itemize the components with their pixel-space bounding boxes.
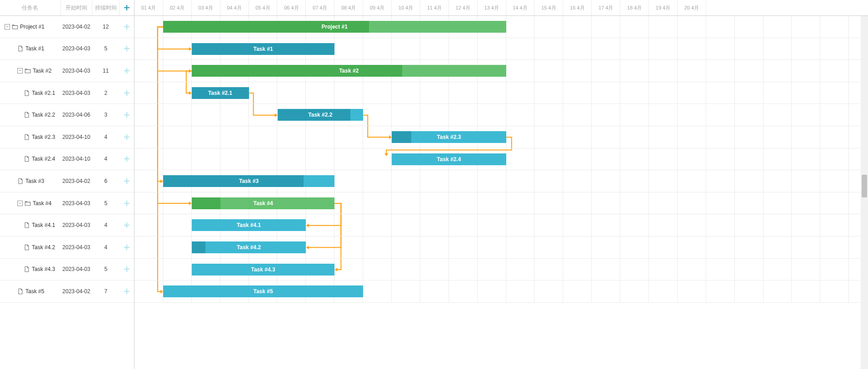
plus-icon	[123, 4, 130, 11]
column-header-duration[interactable]: 持续时间	[92, 0, 120, 15]
plus-icon	[123, 89, 130, 97]
task-name-label: Task #3	[25, 178, 44, 184]
task-row[interactable]: Task #4.32023-04-035	[0, 259, 134, 281]
timeline-day-header[interactable]: 13 4月	[478, 0, 506, 15]
task-bar[interactable]: Task #2.2	[278, 109, 364, 121]
timeline-day-header[interactable]: 20 4月	[678, 0, 706, 15]
timeline-day-header[interactable]: 01 4月	[135, 0, 163, 15]
column-header-start[interactable]: 开始时间	[61, 0, 93, 15]
timeline-row: Task #2	[135, 60, 868, 82]
plus-icon	[123, 266, 130, 273]
task-bar[interactable]: Task #4.1	[192, 219, 306, 231]
task-row[interactable]: Task #2.22023-04-063	[0, 104, 134, 126]
add-subtask-button[interactable]	[120, 148, 134, 170]
add-subtask-button[interactable]	[120, 259, 134, 280]
task-bar[interactable]: Task #2.3	[392, 131, 506, 143]
bar-label: Task #3	[239, 178, 259, 184]
add-subtask-button[interactable]	[120, 170, 134, 192]
task-bar[interactable]: Task #3	[163, 175, 334, 187]
add-subtask-button[interactable]	[120, 38, 134, 60]
task-row[interactable]: Task #2.12023-04-032	[0, 82, 134, 104]
task-bar[interactable]: Task #4.3	[192, 264, 335, 276]
collapse-toggle[interactable]: −	[17, 68, 23, 74]
timeline-day-header[interactable]: 08 4月	[334, 0, 363, 15]
task-duration-cell: 12	[92, 16, 120, 38]
task-duration-cell: 2	[92, 82, 120, 104]
timeline-day-header[interactable]: 04 4月	[220, 0, 249, 15]
vertical-scrollbar[interactable]	[861, 16, 868, 369]
timeline-day-header[interactable]: 16 4月	[563, 0, 592, 15]
column-header-name[interactable]: 任务名	[0, 0, 61, 15]
bar-label: Task #5	[253, 288, 273, 295]
task-row[interactable]: Task #4.12023-04-034	[0, 214, 134, 236]
task-bar[interactable]: Task #1	[192, 43, 335, 55]
timeline-day-header[interactable]: 09 4月	[363, 0, 392, 15]
timeline-day-header[interactable]: 03 4月	[192, 0, 220, 15]
task-row[interactable]: Task #2.32023-04-104	[0, 126, 134, 148]
add-subtask-button[interactable]	[120, 82, 134, 104]
timeline-day-header[interactable]: 11 4月	[420, 0, 449, 15]
timeline-day-header[interactable]: 17 4月	[592, 0, 620, 15]
plus-icon	[123, 155, 130, 162]
task-start-cell: 2023-04-03	[61, 192, 93, 214]
task-row[interactable]: Task #2.42023-04-104	[0, 148, 134, 171]
collapse-toggle[interactable]: −	[5, 24, 10, 30]
bar-label: Task #4.1	[237, 222, 261, 228]
task-duration-cell: 4	[92, 126, 120, 148]
folder-open-icon	[25, 68, 31, 74]
plus-icon	[123, 45, 130, 52]
add-subtask-button[interactable]	[120, 192, 134, 214]
task-row[interactable]: Task #12023-04-035	[0, 38, 134, 60]
add-subtask-button[interactable]	[120, 104, 134, 126]
timeline-row: Task #5	[135, 280, 868, 303]
task-name-label: Task #4	[33, 200, 51, 207]
timeline-day-header[interactable]: 14 4月	[506, 0, 535, 15]
task-row[interactable]: Task #52023-04-027	[0, 280, 134, 303]
add-subtask-button[interactable]	[120, 214, 134, 236]
timeline-day-header[interactable]: 02 4月	[163, 0, 192, 15]
collapse-toggle[interactable]: −	[17, 201, 23, 206]
timeline-day-header[interactable]: 18 4月	[620, 0, 649, 15]
task-bar[interactable]: Task #2.4	[392, 153, 506, 165]
add-subtask-button[interactable]	[120, 126, 134, 148]
task-bar[interactable]: Task #4.2	[192, 241, 306, 253]
timeline-day-header[interactable]: 05 4月	[249, 0, 278, 15]
task-row[interactable]: Task #4.22023-04-034	[0, 236, 134, 259]
task-row[interactable]: Task #32023-04-026	[0, 170, 134, 192]
task-name-label: Task #2.2	[32, 112, 55, 118]
task-row[interactable]: −Project #12023-04-0212	[0, 16, 134, 38]
task-duration-cell: 4	[92, 236, 120, 258]
task-start-cell: 2023-04-02	[61, 280, 93, 302]
add-subtask-button[interactable]	[120, 16, 134, 38]
add-subtask-button[interactable]	[120, 280, 134, 302]
task-bar[interactable]: Task #5	[163, 285, 363, 297]
scrollbar-thumb[interactable]	[862, 175, 867, 197]
task-row[interactable]: −Task #42023-04-035	[0, 192, 134, 215]
project-bar[interactable]: Task #2	[192, 65, 506, 77]
timeline-day-header[interactable]: 06 4月	[277, 0, 306, 15]
task-bar[interactable]: Task #2.1	[192, 87, 249, 99]
add-subtask-button[interactable]	[120, 236, 134, 258]
project-bar[interactable]: Project #1	[163, 21, 506, 33]
task-name-label: Task #1	[25, 45, 44, 52]
timeline-day-header[interactable]: 10 4月	[392, 0, 420, 15]
timeline-day-header[interactable]: 12 4月	[449, 0, 478, 15]
add-subtask-button[interactable]	[120, 60, 134, 82]
timeline-day-header[interactable]: 15 4月	[534, 0, 563, 15]
bar-label: Task #2.1	[208, 90, 232, 96]
task-start-cell: 2023-04-03	[61, 82, 93, 104]
plus-icon	[123, 244, 130, 251]
column-header-add[interactable]	[120, 0, 134, 15]
folder-open-icon	[12, 24, 18, 30]
progress-fill	[192, 65, 403, 77]
plus-icon	[123, 111, 130, 118]
timeline-day-header[interactable]: 07 4月	[306, 0, 334, 15]
timeline-day-header[interactable]: 19 4月	[649, 0, 678, 15]
timeline-row: Task #4	[135, 192, 868, 215]
project-bar[interactable]: Task #4	[192, 197, 335, 209]
plus-icon	[123, 177, 130, 185]
task-name-label: Task #5	[25, 288, 44, 295]
file-icon	[24, 244, 30, 251]
task-row[interactable]: −Task #22023-04-0311	[0, 60, 134, 82]
bar-label: Task #2.3	[437, 134, 461, 140]
